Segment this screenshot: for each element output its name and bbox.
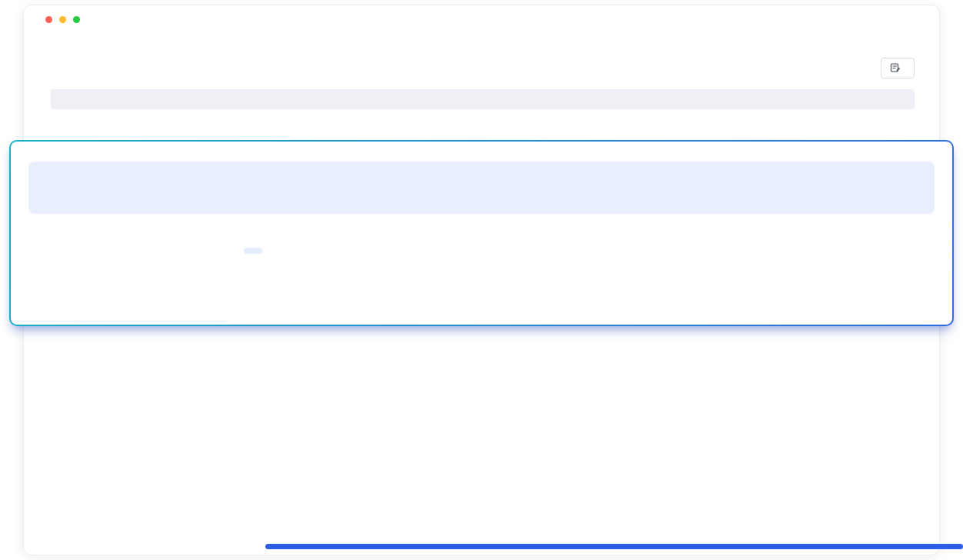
overlay-table-row[interactable] (28, 214, 935, 288)
window-controls (45, 16, 80, 23)
toolbar (51, 56, 915, 79)
minimize-window-button[interactable] (59, 16, 66, 23)
overlay-suggestion-badge (244, 248, 262, 254)
table-header (51, 89, 915, 109)
custom-type-icon (890, 62, 901, 73)
close-window-button[interactable] (45, 16, 52, 23)
dynamic-count (51, 62, 55, 74)
horizontal-scrollbar[interactable] (265, 544, 963, 549)
overlay-row-type-cell (163, 248, 417, 254)
overlay-table-header (28, 162, 935, 214)
zoom-window-button[interactable] (73, 16, 80, 23)
highlight-card (9, 140, 954, 326)
custom-dynamic-type-button[interactable] (881, 58, 915, 78)
page (0, 0, 963, 560)
